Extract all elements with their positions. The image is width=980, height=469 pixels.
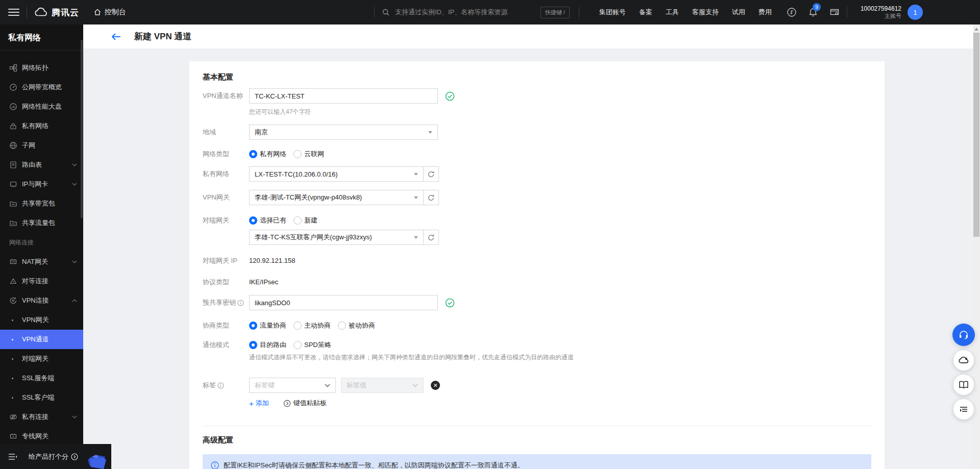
radio-label: SPD策略 <box>304 340 331 350</box>
topbar-nav: 集团账号 备案 工具 客服支持 试用 费用 <box>593 8 778 17</box>
back-arrow-icon[interactable] <box>111 33 121 41</box>
feedback-button[interactable] <box>953 350 974 371</box>
collapse-sidebar-icon[interactable] <box>8 453 17 460</box>
nav-billing[interactable]: 费用 <box>758 8 772 17</box>
sidebar-item-route-table[interactable]: 路由表 <box>0 155 83 175</box>
radio-ccn[interactable]: 云联网 <box>293 149 324 159</box>
sidebar-item-label: 子网 <box>22 141 35 150</box>
field-label: 对端网关 <box>203 215 249 226</box>
customer-service-button[interactable] <box>952 324 975 346</box>
kv-clipboard-link[interactable]: 键值粘贴板 <box>283 399 327 408</box>
nav-support[interactable]: 客服支持 <box>692 8 719 17</box>
search-icon <box>382 8 390 16</box>
sidebar-scrollbar-thumb[interactable] <box>81 40 83 218</box>
notifications-bell-icon[interactable]: 9 <box>808 7 818 17</box>
sidebar-footer-rate-product[interactable]: 给产品打个分 <box>0 444 111 469</box>
nav-tools[interactable]: 工具 <box>666 8 679 17</box>
console-link[interactable]: 控制台 <box>93 8 126 17</box>
remove-tag-button[interactable]: ✕ <box>431 381 440 390</box>
form-row-vpn-gateway: VPN网关 李雄-测试-TC网关(vpngw-p408svk8) <box>203 190 871 205</box>
sidebar-item-vpn-tunnel[interactable]: VPN通道 <box>0 330 83 349</box>
account-info[interactable]: 100027594612 主账号 <box>861 5 901 20</box>
sidebar-item-vpc[interactable]: 私有网络 <box>0 116 83 136</box>
nav-trial[interactable]: 试用 <box>732 8 745 17</box>
refresh-icon <box>427 170 435 178</box>
radio-destination-route[interactable]: 目的路由 <box>249 340 286 350</box>
radio-label: 新建 <box>304 216 317 225</box>
sidebar-item-customer-gateway[interactable]: 对端网关 <box>0 349 83 368</box>
psk-input[interactable]: likangSDO0 <box>249 295 438 310</box>
add-tag-link[interactable]: +添加 <box>249 399 269 408</box>
chevron-down-icon <box>72 163 77 166</box>
survey-button[interactable] <box>953 399 974 419</box>
radio-passive-negotiation[interactable]: 被动协商 <box>338 320 375 331</box>
sidebar-item-label: 路由表 <box>22 160 42 169</box>
radio-vpc[interactable]: 私有网络 <box>249 149 286 159</box>
vpn-icon <box>9 297 17 305</box>
hamburger-menu-icon[interactable] <box>8 7 19 18</box>
sidebar-item-ip-nic[interactable]: IP与网卡 <box>0 175 83 194</box>
peer-gateway-select[interactable]: 李雄-TC-KS互联客户网关(cgw-jj93zxys) <box>249 230 424 245</box>
sidebar-item-shared-traffic[interactable]: 共享流量包 <box>0 213 83 233</box>
documentation-button[interactable] <box>953 375 974 395</box>
field-label: VPN网关 <box>203 190 249 205</box>
tunnel-name-value: TC-KC-LX-TEST <box>255 92 305 100</box>
sidebar-item-vpn-connection[interactable]: VPN连接 <box>0 291 83 310</box>
sidebar-item-public-bandwidth[interactable]: 公网带宽概览 <box>0 78 83 97</box>
radio-select-existing[interactable]: 选择已有 <box>249 215 286 226</box>
sidebar-item-direct-connect[interactable]: 专线网关 <box>0 427 83 446</box>
sidebar-item-shared-bandwidth[interactable]: 共享带宽包 <box>0 194 83 213</box>
nav-org-account[interactable]: 集团账号 <box>599 8 626 17</box>
search-bar[interactable]: 支持通过实例ID、IP、名称等搜索资源 快捷键 / <box>382 0 572 24</box>
avatar[interactable]: 1 <box>908 5 923 20</box>
sidebar-item-network-topology[interactable]: 网络拓扑 <box>0 58 83 78</box>
license-icon[interactable] <box>829 7 840 17</box>
sidebar-item-network-performance[interactable]: 网络性能大盘 <box>0 97 83 116</box>
vpn-gateway-select[interactable]: 李雄-测试-TC网关(vpngw-p408svk8) <box>249 190 424 205</box>
peering-icon <box>9 277 17 285</box>
refresh-vpc-button[interactable] <box>424 166 439 182</box>
sidebar-item-subnet[interactable]: 子网 <box>0 136 83 155</box>
tag-key-select[interactable]: 标签键 <box>249 378 336 393</box>
field-label: 预共享密钥 <box>203 295 249 310</box>
nav-icp[interactable]: 备案 <box>639 8 652 17</box>
topbar: 腾讯云 控制台 支持通过实例ID、IP、名称等搜索资源 快捷键 / 集团账号 备… <box>0 0 980 24</box>
info-icon[interactable] <box>237 300 244 306</box>
radio-spd-policy[interactable]: SPD策略 <box>293 340 331 350</box>
radio-active-negotiation[interactable]: 主动协商 <box>293 320 331 331</box>
radio-traffic-negotiation[interactable]: 流量协商 <box>249 320 286 331</box>
community-icon[interactable] <box>787 7 797 17</box>
vpc-select[interactable]: LX-TEST-TC(10.206.0.0/16) <box>249 166 424 182</box>
sidebar-item-label: VPN连接 <box>22 296 49 305</box>
radio-create-new[interactable]: 新建 <box>293 215 317 226</box>
content-area: 基本配置 VPN通道名称 TC-KC-LX-TEST 您还可以输入47个字符 地… <box>83 48 980 469</box>
info-icon[interactable] <box>217 382 224 389</box>
peer-ip-value: 120.92.121.158 <box>249 256 295 265</box>
refresh-vpn-gateway-button[interactable] <box>424 190 439 205</box>
sidebar-item-nat-gateway[interactable]: NAT网关 <box>0 252 83 271</box>
sidebar-item-vpn-gateway[interactable]: VPN网关 <box>0 310 83 330</box>
sidebar-item-ssl-client[interactable]: SSL客户端 <box>0 388 83 407</box>
bullet-icon <box>12 397 13 399</box>
region-select[interactable]: 南京 <box>249 125 438 140</box>
tencent-cloud-logo[interactable]: 腾讯云 <box>34 7 79 18</box>
scrollbar-thumb[interactable] <box>973 33 979 237</box>
caret-down-icon <box>428 131 432 134</box>
sidebar-item-private-link[interactable]: 私有连接 <box>0 407 83 427</box>
radio-off-icon <box>293 341 302 349</box>
shared-traffic-icon <box>9 219 17 227</box>
sidebar: 私有网络 网络拓扑 公网带宽概览 网络性能大盘 私有网络 子网 路由表 <box>0 24 83 469</box>
sidebar-item-label: 公网带宽概览 <box>22 83 62 92</box>
sidebar-item-peering[interactable]: 对等连接 <box>0 271 83 291</box>
circle-arrow-icon <box>71 453 78 460</box>
folder-illustration <box>85 451 108 469</box>
scrollbar-up-arrow[interactable] <box>974 28 978 31</box>
sidebar-item-label: SSL服务端 <box>22 374 55 383</box>
plus-icon: + <box>249 399 254 408</box>
refresh-peer-gateway-button[interactable] <box>424 230 439 245</box>
sidebar-item-ssl-server[interactable]: SSL服务端 <box>0 368 83 388</box>
form-row-tags: 标签 标签键 标签值 ✕ <box>203 378 871 408</box>
tunnel-name-input[interactable]: TC-KC-LX-TEST <box>249 88 438 104</box>
radio-on-icon <box>249 150 257 158</box>
direct-connect-icon <box>9 432 17 440</box>
